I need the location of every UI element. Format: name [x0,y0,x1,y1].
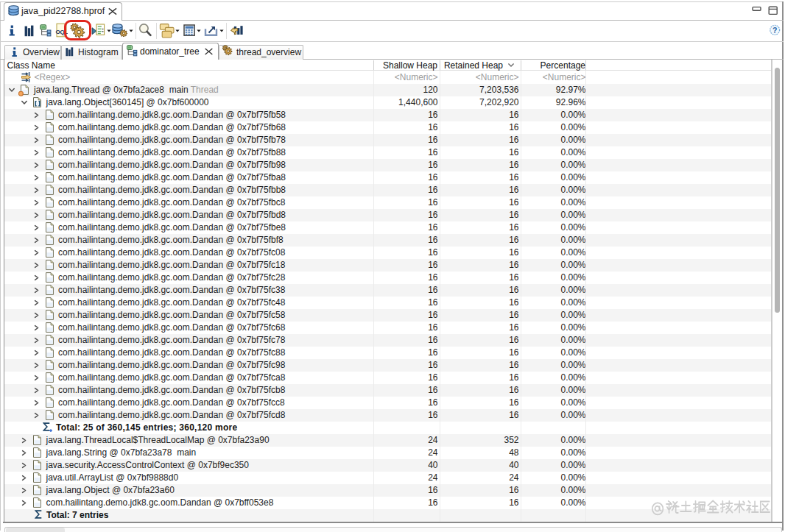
svg-text:?: ? [772,26,777,35]
